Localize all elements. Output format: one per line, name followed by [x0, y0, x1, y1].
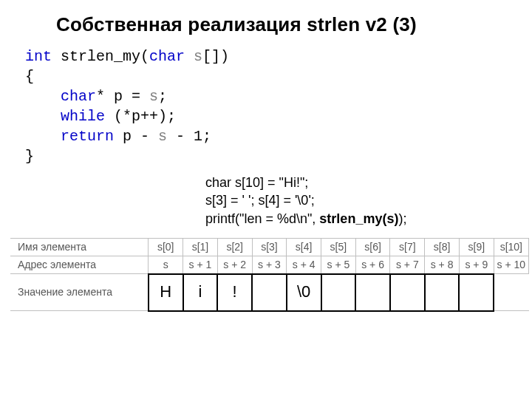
code-text: (*p++);: [105, 108, 176, 125]
cell-name: s[1]: [183, 238, 218, 256]
cell-value: [459, 274, 494, 311]
code-text: [25, 108, 61, 125]
snippet-call: strlen_my(s): [319, 211, 398, 226]
kw-char: char: [149, 48, 185, 65]
cell-value-empty: [494, 274, 528, 311]
code-text: * p =: [96, 88, 149, 105]
cell-name: s[9]: [459, 238, 494, 256]
cell-name: s[2]: [217, 238, 252, 256]
row-values: Значение элемента H i ! \0: [10, 274, 529, 311]
kw-while: while: [61, 108, 105, 125]
snippet-line: s[3] = ' '; s[4] = '\0';: [205, 193, 315, 208]
row-label: Адрес элемента: [10, 256, 149, 274]
code-text: p -: [114, 128, 158, 145]
cell-addr: s + 6: [355, 256, 390, 274]
row-names: Имя элемента s[0] s[1] s[2] s[3] s[4] s[…: [10, 238, 529, 256]
cell-value: [390, 274, 425, 311]
code-text: }: [25, 148, 34, 165]
slide: Собственная реализация strlen v2 (3) int…: [0, 0, 532, 312]
code-text: [25, 88, 61, 105]
cell-addr: s + 3: [252, 256, 287, 274]
cell-name: s[7]: [390, 238, 425, 256]
cell-name: s[6]: [355, 238, 390, 256]
row-addrs: Адрес элемента s s + 1 s + 2 s + 3 s + 4…: [10, 256, 529, 274]
cell-name: s[10]: [494, 238, 528, 256]
cell-value: [425, 274, 460, 311]
cell-value: i: [183, 274, 218, 311]
cell-name: s[3]: [252, 238, 287, 256]
cell-addr: s + 10: [494, 256, 528, 274]
cell-name: s[5]: [321, 238, 356, 256]
cell-value: [355, 274, 390, 311]
snippet-line: );: [398, 211, 406, 226]
snippet-line: char s[10] = "Hi!";: [205, 175, 308, 190]
cell-addr: s + 9: [459, 256, 494, 274]
cell-name: s[8]: [425, 238, 460, 256]
kw-return: return: [61, 128, 114, 145]
cell-addr: s + 2: [217, 256, 252, 274]
cell-addr: s + 1: [183, 256, 218, 274]
ident-s: s: [185, 48, 202, 65]
cell-addr: s + 5: [321, 256, 356, 274]
cell-value: [252, 274, 287, 311]
code-text: strlen_my(: [52, 48, 149, 65]
code-text: []): [202, 48, 229, 65]
cell-addr: s + 4: [287, 256, 321, 274]
cell-value: H: [149, 274, 183, 311]
kw-char: char: [61, 88, 96, 105]
cell-value: \0: [287, 274, 321, 311]
memory-table: Имя элемента s[0] s[1] s[2] s[3] s[4] s[…: [10, 238, 529, 312]
usage-snippet: char s[10] = "Hi!"; s[3] = ' '; s[4] = '…: [205, 174, 511, 228]
snippet-line: printf("len = %d\n",: [205, 211, 319, 226]
code-block: int strlen_my(char s[]) { char* p = s; w…: [25, 47, 511, 166]
cell-value: !: [217, 274, 252, 311]
cell-addr: s: [149, 256, 183, 274]
slide-title: Собственная реализация strlen v2 (3): [56, 13, 511, 36]
cell-addr: s + 7: [390, 256, 425, 274]
ident-s: s: [149, 88, 158, 105]
row-label: Имя элемента: [10, 238, 149, 256]
code-text: {: [25, 68, 34, 85]
ident-s: s: [158, 128, 167, 145]
kw-int: int: [25, 48, 52, 65]
row-label: Значение элемента: [10, 274, 149, 311]
cell-name: s[4]: [287, 238, 321, 256]
cell-addr: s + 8: [425, 256, 460, 274]
cell-name: s[0]: [149, 238, 183, 256]
code-text: ;: [158, 88, 167, 105]
code-text: - 1;: [167, 128, 211, 145]
code-text: [25, 128, 61, 145]
cell-value: [321, 274, 356, 311]
